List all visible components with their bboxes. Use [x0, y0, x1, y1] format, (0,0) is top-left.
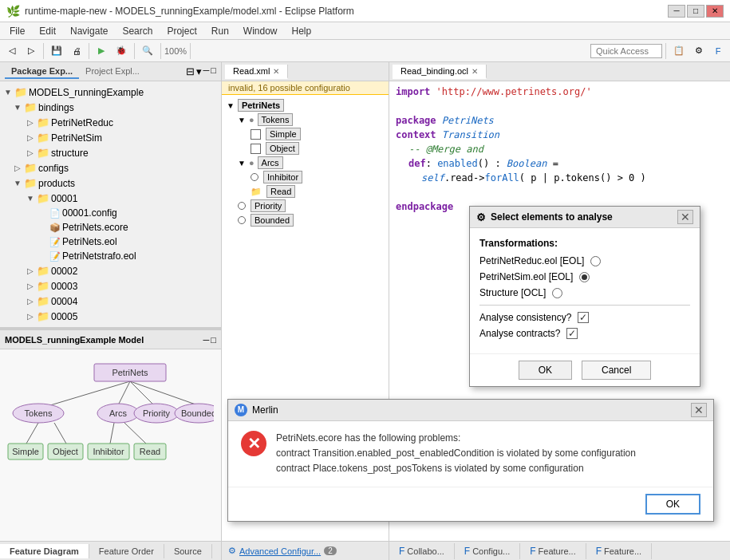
- tree-petrinetsim[interactable]: ▷ 📁 PetriNetSim: [0, 130, 221, 145]
- toolbar-run[interactable]: ▶: [93, 42, 110, 60]
- 00005-arrow[interactable]: ▷: [26, 312, 35, 321]
- analyse-consistency-checkbox[interactable]: ✓: [578, 312, 589, 323]
- quick-access-input[interactable]: [590, 44, 662, 58]
- tree-structure[interactable]: ▷ 📁 structure: [0, 145, 221, 160]
- xml-object[interactable]: Object: [225, 141, 385, 156]
- tree-petrinetreduc[interactable]: ▷ 📁 PetriNetReduc: [0, 115, 221, 130]
- 00002-arrow[interactable]: ▷: [26, 266, 35, 275]
- xml-tab[interactable]: Read.xml ✕: [225, 65, 288, 79]
- tree-00002[interactable]: ▷ 📁 00002: [0, 263, 221, 278]
- toolbar-extra1[interactable]: 📋: [669, 42, 689, 60]
- tab-project-explorer[interactable]: Project Expl...: [79, 65, 146, 79]
- option-1-radio[interactable]: [590, 256, 601, 266]
- 00001-arrow[interactable]: ▼: [26, 194, 35, 203]
- package-tree-scroll[interactable]: ▼ 📁 MODELS_runningExample ▼ 📁 bindings: [0, 81, 221, 327]
- ocl-tab-label: Read_binding.ocl: [401, 66, 468, 76]
- menu-icon[interactable]: ▾: [196, 65, 202, 77]
- menu-project[interactable]: Project: [160, 24, 203, 38]
- products-arrow[interactable]: ▼: [13, 179, 22, 187]
- xml-bounded[interactable]: Bounded: [225, 213, 385, 227]
- feature-tab-0[interactable]: F Collabo...: [389, 543, 455, 559]
- tab-feature-order[interactable]: Feature Order: [89, 544, 164, 558]
- root-label: MODELS_runningExample: [29, 87, 144, 98]
- menu-search[interactable]: Search: [116, 24, 159, 38]
- toolbar-debug[interactable]: 🐞: [112, 42, 131, 60]
- feature-tab-1[interactable]: F Configu...: [455, 543, 520, 559]
- toolbar-search[interactable]: 🔍: [138, 42, 157, 60]
- arcs-arrow[interactable]: ▼: [238, 159, 246, 168]
- feature-tab-3[interactable]: F Feature...: [586, 543, 652, 559]
- tree-bindings[interactable]: ▼ 📁 bindings: [0, 100, 221, 115]
- minimize-button[interactable]: ─: [668, 5, 685, 18]
- xml-simple[interactable]: Simple: [225, 127, 385, 141]
- object-checkbox[interactable]: [251, 144, 261, 154]
- 00003-arrow[interactable]: ▷: [26, 282, 35, 290]
- option-3-radio[interactable]: [552, 288, 562, 298]
- tree-petrinets-ecore[interactable]: ▷ 📦 PetriNets.ecore: [0, 220, 221, 235]
- xml-arcs-group[interactable]: ▼ ● Arcs: [225, 156, 385, 170]
- merlin-close-button[interactable]: ✕: [691, 403, 707, 417]
- close-button[interactable]: ✕: [706, 5, 724, 18]
- tree-00001config[interactable]: ▷ 📄 00001.config: [0, 206, 221, 220]
- feature-tab-2[interactable]: F Feature...: [520, 543, 586, 559]
- svg-line-3: [130, 381, 198, 405]
- tree-root[interactable]: ▼ 📁 MODELS_runningExample: [0, 85, 221, 100]
- xml-priority[interactable]: Priority: [225, 199, 385, 213]
- xml-tokens-group[interactable]: ▼ ● Tokens: [225, 112, 385, 127]
- menu-help[interactable]: Help: [286, 24, 318, 38]
- menu-navigate[interactable]: Navigate: [64, 24, 114, 38]
- model-maximize-icon[interactable]: □: [211, 335, 216, 345]
- 00003-folder-icon: 📁: [37, 280, 49, 292]
- toolbar-print[interactable]: 🖨: [68, 42, 85, 60]
- menu-file[interactable]: File: [3, 24, 31, 38]
- menu-window[interactable]: Window: [237, 24, 284, 38]
- minimize-panel-icon[interactable]: ─: [203, 65, 210, 77]
- xml-tab-close[interactable]: ✕: [273, 67, 279, 76]
- tree-00001[interactable]: ▼ 📁 00001: [0, 191, 221, 206]
- merlin-ok-button[interactable]: OK: [645, 494, 700, 515]
- tokens-arrow[interactable]: ▼: [238, 116, 246, 124]
- toolbar-forward[interactable]: ▷: [22, 42, 40, 60]
- select-ok-button[interactable]: OK: [519, 361, 572, 380]
- structure-arrow[interactable]: ▷: [26, 148, 35, 157]
- petrinetsim-arrow[interactable]: ▷: [26, 133, 35, 142]
- maximize-button[interactable]: □: [687, 5, 704, 18]
- tree-00004[interactable]: ▷ 📁 00004: [0, 294, 221, 309]
- tree-products[interactable]: ▼ 📁 products: [0, 175, 221, 191]
- tab-source[interactable]: Source: [164, 544, 212, 558]
- menu-run[interactable]: Run: [205, 24, 235, 38]
- toolbar-extra3[interactable]: F: [709, 42, 727, 60]
- configs-arrow[interactable]: ▷: [13, 164, 22, 172]
- option-2-radio[interactable]: [579, 272, 590, 282]
- ocl-tab-close[interactable]: ✕: [472, 67, 478, 76]
- tab-feature-diagram[interactable]: Feature Diagram: [0, 544, 89, 558]
- tree-petrinets-eol[interactable]: ▷ 📝 PetriNets.eol: [0, 235, 221, 249]
- bindings-arrow[interactable]: ▼: [13, 103, 22, 112]
- adv-config-label[interactable]: Advanced Configur...: [239, 546, 321, 556]
- xml-read[interactable]: 📁 Read: [225, 184, 385, 199]
- petrinetreduc-arrow[interactable]: ▷: [26, 118, 35, 127]
- xml-inhibitor[interactable]: Inhibitor: [225, 170, 385, 184]
- 00004-arrow[interactable]: ▷: [26, 297, 35, 306]
- tab-package-explorer[interactable]: Package Exp...: [5, 65, 79, 79]
- analyse-contracts-checkbox[interactable]: ✓: [566, 328, 578, 339]
- xml-petrinets[interactable]: ▼ PetriNets: [225, 98, 385, 112]
- tree-configs[interactable]: ▷ 📁 configs: [0, 160, 221, 175]
- tree-00003[interactable]: ▷ 📁 00003: [0, 278, 221, 294]
- toolbar-back[interactable]: ◁: [3, 42, 21, 60]
- menu-edit[interactable]: Edit: [33, 24, 62, 38]
- ocl-tab[interactable]: Read_binding.ocl ✕: [393, 65, 487, 79]
- tree-petrinetstrafo[interactable]: ▷ 📝 PetriNetstrafo.eol: [0, 249, 221, 263]
- root-arrow[interactable]: ▼: [3, 88, 13, 97]
- toolbar-extra2[interactable]: ⚙: [690, 42, 708, 60]
- simple-checkbox[interactable]: [251, 129, 261, 140]
- petrinets-arrow[interactable]: ▼: [227, 101, 235, 110]
- select-cancel-button[interactable]: Cancel: [582, 361, 651, 380]
- tree-00005[interactable]: ▷ 📁 00005: [0, 309, 221, 324]
- maximize-panel-icon[interactable]: □: [211, 65, 216, 77]
- gear-icon: ⚙: [476, 211, 486, 223]
- toolbar-save[interactable]: 💾: [47, 42, 66, 60]
- model-minimize-icon[interactable]: ─: [203, 335, 210, 345]
- collapse-all-icon[interactable]: ⊟: [186, 65, 195, 77]
- select-dialog-close[interactable]: ✕: [677, 210, 693, 224]
